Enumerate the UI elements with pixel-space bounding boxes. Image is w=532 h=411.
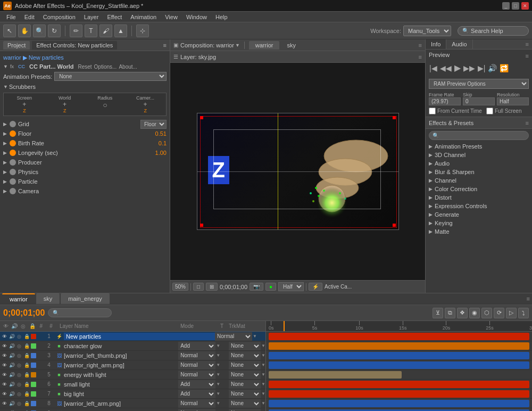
vis-lock-1[interactable]: 🔒 <box>23 333 30 340</box>
layer-mode-6[interactable]: Add <box>178 380 215 389</box>
vis-solo-7[interactable]: ◎ <box>16 391 22 397</box>
track-bar-8[interactable] <box>269 400 529 407</box>
tool-puppet[interactable]: ⊹ <box>136 24 149 37</box>
prop-producer-expand[interactable]: ▶ <box>3 160 10 165</box>
effect-color-correction[interactable]: ▶ Color Correction <box>426 185 532 193</box>
menu-effect[interactable]: Effect <box>103 13 126 21</box>
trkmat-arrow-2[interactable]: ▼ <box>261 343 265 348</box>
effect-expression-controls[interactable]: ▶ Expression Controls <box>426 202 532 210</box>
tab-effect-controls[interactable]: Effect Controls: New particles <box>32 41 117 50</box>
layer-trkmat-6[interactable]: None <box>229 380 261 389</box>
vis-solo-1[interactable]: ◎ <box>16 333 22 340</box>
menu-animation[interactable]: Animation <box>126 13 161 21</box>
layer-trkmat-4[interactable]: None <box>229 361 261 369</box>
prop-floor-expand[interactable]: ▶ <box>3 131 10 136</box>
track-bar-1[interactable] <box>269 333 529 340</box>
layer-mode-7[interactable]: Add <box>178 390 215 398</box>
effect-matte[interactable]: ▶ Matte <box>426 227 532 236</box>
comp-panel-menu[interactable]: ≡ <box>419 42 422 48</box>
layer-row-6[interactable]: 👁 🔊 ◎ 🔒 6 ■ small light Add ▼ None▼ <box>0 380 265 389</box>
menu-composition[interactable]: Composition <box>39 13 80 21</box>
prev-loop[interactable]: 🔁 <box>499 63 509 73</box>
mode-arrow-5[interactable]: ▼ <box>216 372 220 377</box>
layer-trkmat-8[interactable]: None <box>229 399 261 408</box>
timeline-search-input[interactable] <box>60 310 103 316</box>
vis-eye-3[interactable]: 👁 <box>1 352 7 359</box>
layer-row-2[interactable]: 👁 🔊 ◎ 🔒 2 ■ character glow Add ▼ None▼ <box>0 341 265 351</box>
layer-name-8[interactable]: [warrior_left_arm.png] <box>64 400 178 407</box>
tab-audio[interactable]: Audio <box>446 39 472 49</box>
prop-floor-value[interactable]: 0.51 <box>155 130 167 137</box>
layer-mode-1[interactable]: Normal <box>215 332 252 341</box>
fit-button[interactable]: □ <box>193 283 204 291</box>
trkmat-arrow-5[interactable]: ▼ <box>261 372 265 377</box>
layer-row-1[interactable]: 👁 🔊 ◎ 🔒 1 ⚡ New particles Normal ▼ <box>0 332 265 341</box>
frame-rate-value[interactable]: (29.97) <box>429 97 461 105</box>
effect-channel[interactable]: ▶ Channel <box>426 176 532 185</box>
menu-edit[interactable]: Edit <box>20 13 39 21</box>
tl-tool-2[interactable]: ⧉ <box>445 308 455 318</box>
tl-tool-8[interactable]: ⤵ <box>518 308 529 318</box>
scrubber-world-axis[interactable]: Z <box>63 108 66 113</box>
vis-eye-4[interactable]: 👁 <box>1 362 7 368</box>
tab-sky[interactable]: sky <box>280 41 302 50</box>
layer-trkmat-9[interactable]: None <box>229 409 261 412</box>
track-bar-4[interactable] <box>269 361 529 369</box>
layer-row-9[interactable]: 👁 🔊 ◎ 🔒 9 🖼 [warrio...ght_fingers.png] N… <box>0 408 265 411</box>
tab-bar-menu[interactable]: ≡ <box>527 295 530 302</box>
vis-audio-4[interactable]: 🔊 <box>9 362 15 368</box>
effect-distort[interactable]: ▶ Distort <box>426 193 532 202</box>
timeline-timecode[interactable]: 0;00;01;00 <box>3 308 45 318</box>
effect-blur-sharpen[interactable]: ▶ Blur & Sharpen <box>426 168 532 176</box>
track-bar-7[interactable] <box>269 390 529 398</box>
layer-mode-4[interactable]: Normal <box>178 361 215 369</box>
breadcrumb-warrior[interactable]: warrior <box>3 54 21 61</box>
effects-panel-menu[interactable]: ≡ <box>526 120 529 126</box>
about-button[interactable]: About... <box>119 64 137 70</box>
reset-button[interactable]: Reset <box>78 64 92 70</box>
trkmat-arrow-3[interactable]: ▼ <box>261 353 265 358</box>
layer-name-1[interactable]: New particles <box>64 333 215 340</box>
comp-tab-sky[interactable]: sky <box>36 293 60 304</box>
vis-audio-5[interactable]: 🔊 <box>9 372 15 378</box>
comp-tab-main-energy[interactable]: main_energy <box>61 293 110 304</box>
mode-arrow-2[interactable]: ▼ <box>216 343 220 348</box>
preview-panel-menu[interactable]: ≡ <box>526 53 529 59</box>
track-row-8[interactable] <box>266 399 532 408</box>
tool-pen[interactable]: ✏ <box>70 24 82 37</box>
layer-mode-3[interactable]: Normal <box>178 351 215 360</box>
vis-lock-6[interactable]: 🔒 <box>23 381 30 388</box>
track-bar-5[interactable] <box>269 371 402 379</box>
zoom-button[interactable]: 50% <box>172 283 188 291</box>
scrubber-camera-axis[interactable]: Z <box>144 108 147 113</box>
comp-timecode[interactable]: 0;00;01;00 <box>220 284 247 290</box>
track-bar-3[interactable] <box>269 352 529 359</box>
mode-arrow-1[interactable]: ▼ <box>253 334 257 339</box>
mode-arrow-3[interactable]: ▼ <box>216 353 220 358</box>
tl-tool-4[interactable]: ◉ <box>469 308 480 318</box>
vis-lock-2[interactable]: 🔒 <box>23 343 30 349</box>
tl-tool-6[interactable]: ⟳ <box>494 308 504 318</box>
layer-trkmat-7[interactable]: None <box>229 390 261 398</box>
prop-camera-expand[interactable]: ▶ <box>3 188 10 194</box>
layer-row-7[interactable]: 👁 🔊 ◎ 🔒 7 ■ big light Add ▼ None▼ <box>0 389 265 399</box>
prev-to-start[interactable]: |◀ <box>429 63 438 73</box>
layer-trkmat-2[interactable]: None <box>229 342 261 350</box>
effect-animation-presets[interactable]: ▶ Animation Presets <box>426 142 532 151</box>
search-input[interactable] <box>471 28 524 34</box>
trkmat-arrow-4[interactable]: ▼ <box>261 363 265 367</box>
track-row-2[interactable] <box>266 341 532 351</box>
menu-layer[interactable]: Layer <box>80 13 103 21</box>
mode-arrow-8[interactable]: ▼ <box>216 401 220 406</box>
layer-name-2[interactable]: character glow <box>64 343 178 349</box>
vis-audio-2[interactable]: 🔊 <box>9 343 15 349</box>
prop-birth-expand[interactable]: ▶ <box>3 141 10 146</box>
effect-keying[interactable]: ▶ Keying <box>426 219 532 227</box>
prop-birth-value[interactable]: 0.1 <box>159 140 167 146</box>
menu-file[interactable]: File <box>2 13 20 21</box>
tab-info[interactable]: Info <box>426 39 446 49</box>
comp-dropdown-arrow[interactable]: ▼ <box>235 43 240 48</box>
prop-grid-select[interactable]: Floor <box>140 120 167 129</box>
track-bar-2[interactable] <box>269 342 529 350</box>
layer-name-3[interactable]: [warrior_left_thumb.png] <box>64 352 178 359</box>
